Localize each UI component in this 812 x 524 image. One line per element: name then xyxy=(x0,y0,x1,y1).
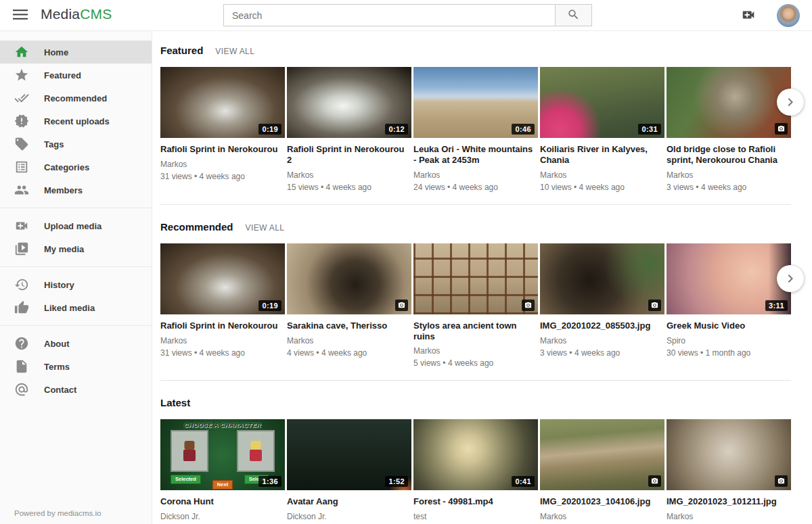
media-title[interactable]: IMG_20201023_101211.jpg xyxy=(667,496,791,507)
media-title[interactable]: Rafioli Sprint in Nerokourou xyxy=(160,144,285,155)
view-all-link[interactable]: VIEW ALL xyxy=(246,223,285,233)
sidebar-item-my-media[interactable]: My media xyxy=(0,237,152,260)
media-card[interactable]: Sarakina cave, Therisso Markos 4 views •… xyxy=(287,243,411,368)
sidebar-item-history[interactable]: History xyxy=(0,273,152,296)
carousel-next-button[interactable] xyxy=(777,265,804,292)
media-author[interactable]: Markos xyxy=(413,170,538,180)
media-card[interactable]: Stylos area ancient town ruins Markos 5 … xyxy=(413,243,538,368)
media-title[interactable]: Rafioli Sprint in Nerokourou 2 xyxy=(287,144,411,166)
avatar[interactable] xyxy=(777,4,800,27)
media-card[interactable]: 0:41 Forest - 49981.mp4 test 17 views • … xyxy=(413,419,538,524)
view-all-link[interactable]: VIEW ALL xyxy=(215,47,254,56)
media-card[interactable]: IMG_20201023_104106.jpg Markos 4 views •… xyxy=(540,419,664,524)
sidebar-item-categories[interactable]: Categories xyxy=(0,156,152,178)
media-author[interactable]: test xyxy=(413,512,538,521)
sidebar-item-members[interactable]: Members xyxy=(0,178,152,201)
media-card[interactable]: IMG_20201023_101211.jpg Markos 4 views •… xyxy=(667,419,791,524)
media-thumbnail[interactable] xyxy=(667,419,791,490)
media-card[interactable]: 0:46 Leuka Ori - White mountains - Peak … xyxy=(413,67,538,192)
duration-badge: 0:19 xyxy=(258,300,281,311)
media-card[interactable]: 0:19 Rafioli Sprint in Nerokourou Markos… xyxy=(160,67,285,192)
media-thumbnail[interactable] xyxy=(540,243,664,314)
section-title: Recommended xyxy=(160,221,233,233)
media-card[interactable]: 0:12 Rafioli Sprint in Nerokourou 2 Mark… xyxy=(287,67,411,192)
media-thumbnail[interactable]: 0:46 xyxy=(413,67,538,138)
media-card[interactable]: IMG_20201022_085503.jpg Markos 3 views •… xyxy=(540,243,664,368)
media-thumbnail[interactable]: 1:52 xyxy=(287,419,411,490)
terms-icon xyxy=(14,359,29,374)
media-thumbnail[interactable]: 0:19 xyxy=(160,243,285,314)
add-media-icon[interactable] xyxy=(739,7,758,24)
tag-icon xyxy=(14,137,29,151)
sidebar-item-home[interactable]: Home xyxy=(0,41,152,64)
media-title[interactable]: Stylos area ancient town ruins xyxy=(413,320,538,342)
sidebar-item-liked-media[interactable]: Liked media xyxy=(0,296,152,319)
media-title[interactable]: Old bridge close to Rafioli sprint, Nero… xyxy=(667,144,791,166)
media-title[interactable]: Leuka Ori - White mountains - Peak at 24… xyxy=(413,144,538,166)
sidebar-item-label: Recommended xyxy=(44,93,107,103)
sidebar-item-upload-media[interactable]: Upload media xyxy=(0,214,152,237)
sidebar-item-about[interactable]: About xyxy=(0,332,152,355)
media-meta: 3 views • 4 weeks ago xyxy=(667,183,791,192)
media-card[interactable]: 3:11 Greek Music Video Spiro 30 views • … xyxy=(667,243,791,368)
media-thumbnail[interactable]: 0:12 xyxy=(287,67,411,138)
sidebar-item-label: Featured xyxy=(44,70,81,80)
media-title[interactable]: Sarakina cave, Therisso xyxy=(287,320,411,331)
search-input[interactable] xyxy=(223,4,555,26)
media-author[interactable]: Dickson Jr. xyxy=(160,512,285,521)
sidebar-item-terms[interactable]: Terms xyxy=(0,355,152,378)
media-card[interactable]: 0:19 Rafioli Sprint in Nerokourou Markos… xyxy=(160,243,285,368)
media-card[interactable]: 0:31 Koiliaris River in Kalyves, Chania … xyxy=(540,67,664,192)
media-author[interactable]: Markos xyxy=(667,512,791,521)
media-title[interactable]: Rafioli Sprint in Nerokourou xyxy=(160,320,285,331)
media-author[interactable]: Dickson Jr. xyxy=(287,512,411,521)
media-thumbnail[interactable]: 3:11 xyxy=(667,243,791,314)
media-author[interactable]: Markos xyxy=(540,170,664,180)
media-author[interactable]: Markos xyxy=(160,336,285,346)
media-title[interactable]: Koiliaris River in Kalyves, Chania xyxy=(540,144,664,166)
sidebar-item-recommended[interactable]: Recommended xyxy=(0,87,152,110)
media-card[interactable]: 1:52 Avatar Aang Dickson Jr. 12 views • … xyxy=(287,419,411,524)
duration-text: 0:19 xyxy=(262,302,278,310)
media-thumbnail[interactable] xyxy=(413,243,538,314)
media-author[interactable]: Markos xyxy=(540,512,664,521)
media-type-badge xyxy=(775,475,788,487)
duration-text: 1:36 xyxy=(262,477,278,485)
media-author[interactable]: Markos xyxy=(667,170,791,180)
sidebar-item-label: Categories xyxy=(44,162,89,172)
sidebar-item-contact[interactable]: Contact xyxy=(0,378,152,401)
powered-by-link[interactable]: Powered by mediacms.io xyxy=(14,509,101,517)
media-author[interactable]: Markos xyxy=(287,336,411,346)
media-card[interactable]: Old bridge close to Rafioli sprint, Nero… xyxy=(667,67,791,192)
media-thumbnail[interactable]: 0:31 xyxy=(540,67,664,138)
media-thumbnail[interactable] xyxy=(540,419,664,490)
media-title[interactable]: IMG_20201023_104106.jpg xyxy=(540,496,664,507)
media-title[interactable]: Avatar Aang xyxy=(287,496,411,507)
top-bar: MediaCMS xyxy=(0,0,812,31)
media-author[interactable]: Spiro xyxy=(667,336,791,346)
search-button[interactable] xyxy=(555,4,592,26)
logo[interactable]: MediaCMS xyxy=(41,6,112,22)
media-thumbnail[interactable] xyxy=(287,243,411,314)
media-author[interactable]: Markos xyxy=(413,346,538,356)
sidebar-item-featured[interactable]: Featured xyxy=(0,64,152,87)
section-title: Featured xyxy=(160,45,203,56)
menu-icon[interactable] xyxy=(12,8,29,23)
sidebar-item-tags[interactable]: Tags xyxy=(0,133,152,156)
sidebar-item-label: Upload media xyxy=(44,221,102,231)
media-thumbnail[interactable]: 0:19 xyxy=(160,67,285,138)
media-title[interactable]: IMG_20201022_085503.jpg xyxy=(540,320,664,331)
media-author[interactable]: Markos xyxy=(540,336,664,346)
media-card[interactable]: CHOOSE A CHARACTER KWAME YAA Selected Se… xyxy=(160,419,285,524)
media-author[interactable]: Markos xyxy=(287,170,411,180)
media-title[interactable]: Corona Hunt xyxy=(160,496,285,507)
sidebar-item-recent-uploads[interactable]: Recent uploads xyxy=(0,110,152,133)
media-author[interactable]: Markos xyxy=(160,160,285,169)
carousel-next-button[interactable] xyxy=(777,89,804,116)
media-title[interactable]: Greek Music Video xyxy=(667,320,791,331)
sidebar: Home Featured Recommended Recent uploads… xyxy=(0,31,152,524)
media-thumbnail[interactable]: CHOOSE A CHARACTER KWAME YAA Selected Se… xyxy=(160,419,285,490)
media-thumbnail[interactable] xyxy=(667,67,791,138)
media-title[interactable]: Forest - 49981.mp4 xyxy=(413,496,538,507)
media-thumbnail[interactable]: 0:41 xyxy=(413,419,538,490)
